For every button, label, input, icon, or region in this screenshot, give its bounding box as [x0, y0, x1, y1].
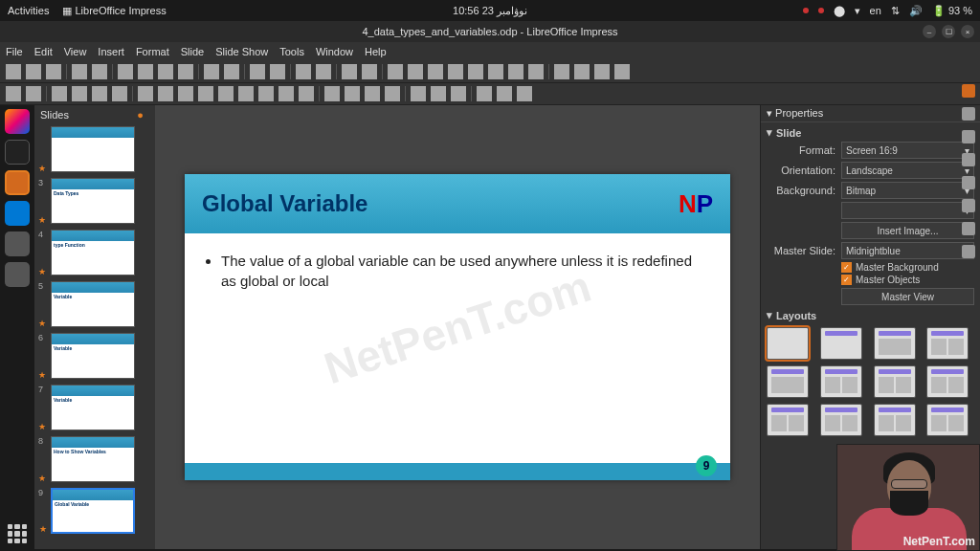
draw-crop-icon[interactable]: [431, 86, 446, 101]
toolbar-undo-icon[interactable]: [204, 64, 219, 79]
show-applications-button[interactable]: [8, 524, 27, 543]
toolbar-image-icon[interactable]: [408, 64, 423, 79]
draw-glue-icon[interactable]: [497, 86, 512, 101]
slide-thumbnail[interactable]: ★: [38, 126, 145, 172]
slide-thumbnail[interactable]: 6★Variable: [38, 333, 145, 379]
toolbar-chart-icon[interactable]: [448, 64, 463, 79]
clock[interactable]: 10:56 نوۋامبر 23: [453, 5, 527, 17]
dock-firefox-icon[interactable]: [5, 109, 30, 134]
draw-star-icon[interactable]: [278, 86, 294, 101]
toolbar-start-icon[interactable]: [342, 64, 357, 79]
layouts-section-header[interactable]: ▾ Layouts: [767, 309, 974, 321]
draw-callout-icon[interactable]: [258, 86, 274, 101]
toolbar-open-icon[interactable]: [26, 64, 41, 79]
toolbar-clone-icon[interactable]: [178, 64, 193, 79]
toolbar-export-icon[interactable]: [72, 64, 87, 79]
master-objects-checkbox[interactable]: ✓Master Objects: [841, 275, 974, 285]
menu-slideshow[interactable]: Slide Show: [215, 46, 268, 57]
dock-vscode-icon[interactable]: [5, 201, 30, 226]
sidebar-shapes-icon[interactable]: [962, 176, 975, 189]
draw-filter-icon[interactable]: [451, 86, 466, 101]
toolbar-display-icon[interactable]: [316, 64, 331, 79]
toolbar-copy-icon[interactable]: [138, 64, 153, 79]
toolbar-new-icon[interactable]: [6, 64, 21, 79]
layout-blank[interactable]: [767, 327, 809, 360]
insert-image-button[interactable]: Insert Image...: [841, 222, 974, 239]
sidebar-transition-icon[interactable]: [962, 199, 975, 212]
language-indicator[interactable]: en: [870, 5, 881, 16]
sidebar-navigator-icon[interactable]: [962, 153, 975, 166]
menu-insert[interactable]: Insert: [98, 46, 124, 57]
menu-slide[interactable]: Slide: [181, 46, 204, 57]
toolbar-textbox-icon[interactable]: [468, 64, 483, 79]
draw-select-icon[interactable]: [6, 86, 21, 101]
draw-connector-icon[interactable]: [92, 86, 107, 101]
draw-rotate-icon[interactable]: [324, 86, 340, 101]
toolbar-del-icon[interactable]: [594, 64, 610, 79]
draw-line-icon[interactable]: [52, 86, 67, 101]
menu-file[interactable]: File: [6, 46, 23, 57]
draw-arrange-icon[interactable]: [365, 86, 380, 101]
layout-option[interactable]: [820, 365, 862, 398]
topbar-appname[interactable]: ▦ LibreOffice Impress: [62, 5, 166, 17]
slide-content[interactable]: The value of a global variable can be us…: [185, 233, 730, 308]
menu-view[interactable]: View: [64, 46, 87, 57]
draw-symbol-icon[interactable]: [198, 86, 213, 101]
activities-button[interactable]: Activities: [8, 5, 49, 17]
toolbar-layout-icon[interactable]: [614, 64, 630, 79]
layout-option[interactable]: [767, 404, 809, 436]
slide-thumbnail[interactable]: 8★How to Show Variables: [38, 436, 145, 482]
sidebar-styles-icon[interactable]: [962, 107, 975, 121]
current-slide[interactable]: Global Variable NP The value of a global…: [185, 174, 730, 480]
toolbar-find-icon[interactable]: [250, 64, 265, 79]
layout-option[interactable]: [874, 404, 916, 436]
layout-option[interactable]: [926, 404, 969, 436]
toolbar-save-icon[interactable]: [46, 64, 61, 79]
draw-align-icon[interactable]: [345, 86, 360, 101]
layout-option[interactable]: [820, 404, 862, 436]
battery-indicator[interactable]: 🔋 93 %: [932, 5, 972, 17]
menu-format[interactable]: Format: [136, 46, 169, 57]
volume-icon[interactable]: 🔊: [909, 5, 923, 17]
dock-files-icon[interactable]: [5, 231, 30, 256]
toolbar-dup-icon[interactable]: [574, 64, 590, 79]
toolbar-grid-icon[interactable]: [296, 64, 311, 79]
recording-icon[interactable]: ⬤: [834, 5, 845, 17]
slide-panel-close-icon[interactable]: ●: [137, 109, 144, 121]
toolbar-fontwork-icon[interactable]: [508, 64, 523, 79]
draw-zoom-icon[interactable]: [26, 86, 41, 101]
toolbar-slide-icon[interactable]: [554, 64, 569, 79]
layout-two-content[interactable]: [926, 327, 969, 360]
dropdown-icon[interactable]: ▾: [855, 5, 860, 17]
slide-thumbnail[interactable]: 7★Variable: [38, 385, 145, 430]
sidebar-properties-icon[interactable]: [962, 84, 975, 98]
window-maximize-button[interactable]: ☐: [942, 25, 955, 38]
draw-distribute-icon[interactable]: [385, 86, 400, 101]
dock-terminal-icon[interactable]: [5, 140, 30, 165]
draw-shadow-icon[interactable]: [411, 86, 426, 101]
window-close-button[interactable]: ×: [961, 25, 974, 38]
draw-ellipse-icon[interactable]: [158, 86, 173, 101]
draw-3d-icon[interactable]: [299, 86, 314, 101]
toolbar-cut-icon[interactable]: [118, 64, 133, 79]
draw-flowchart-icon[interactable]: [238, 86, 254, 101]
slide-thumbnail[interactable]: 5★Variable: [38, 281, 145, 327]
layout-option[interactable]: [874, 365, 916, 398]
slide-editor[interactable]: Global Variable NP The value of a global…: [155, 105, 760, 549]
draw-blockarrow-icon[interactable]: [218, 86, 234, 101]
toolbar-table-icon[interactable]: [388, 64, 403, 79]
slide-thumbnail[interactable]: 3★Data Types: [38, 178, 145, 224]
master-background-checkbox[interactable]: ✓Master Background: [841, 262, 974, 273]
slide-section-header[interactable]: ▾ Slide: [767, 126, 974, 139]
layout-option[interactable]: [926, 365, 969, 398]
draw-extrusion-icon[interactable]: [517, 86, 532, 101]
menu-tools[interactable]: Tools: [279, 46, 304, 57]
master-slide-dropdown[interactable]: Midnightblue▾: [841, 242, 974, 259]
slide-title[interactable]: Global Variable: [202, 190, 368, 217]
toolbar-special-icon[interactable]: [488, 64, 503, 79]
sidebar-gallery-icon[interactable]: [962, 130, 975, 143]
toolbar-spellcheck-icon[interactable]: [270, 64, 285, 79]
draw-curve-icon[interactable]: [72, 86, 87, 101]
format-dropdown[interactable]: Screen 16:9▾: [841, 142, 974, 159]
master-view-button[interactable]: Master View: [841, 288, 974, 305]
